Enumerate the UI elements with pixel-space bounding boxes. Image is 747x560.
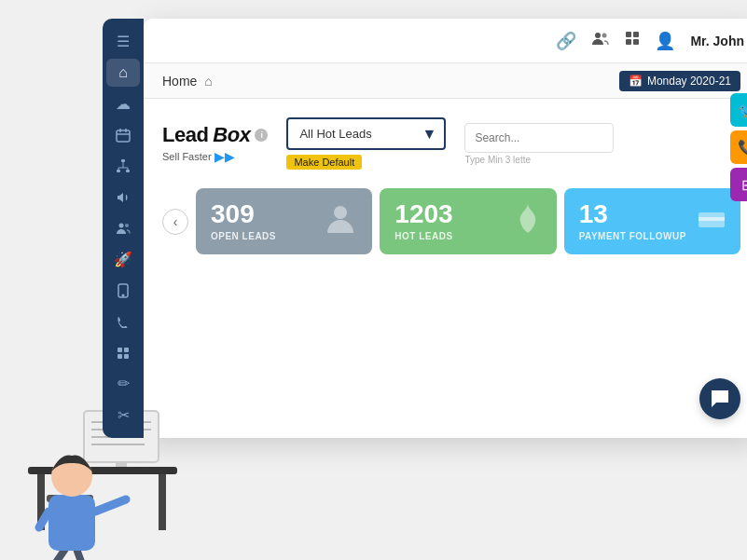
- social-fab-button[interactable]: 🐦: [730, 93, 747, 127]
- hot-leads-card[interactable]: 1203 HOT LEADS: [380, 188, 556, 254]
- svg-point-19: [595, 33, 601, 38]
- payment-followup-card[interactable]: 13 PAYMENT FOLLOWUP: [564, 188, 740, 254]
- user-name: Mr. John: [690, 34, 744, 48]
- box-text: Box: [213, 123, 250, 147]
- svg-point-25: [334, 206, 347, 219]
- sidebar-phone[interactable]: [106, 308, 140, 335]
- user-icon[interactable]: 👤: [655, 31, 675, 51]
- payment-followup-icon: [698, 207, 726, 237]
- info-icon[interactable]: i: [255, 129, 268, 142]
- sidebar-hierarchy[interactable]: [106, 153, 140, 180]
- svg-rect-28: [28, 467, 177, 474]
- chat-fab-button[interactable]: [699, 378, 740, 419]
- payment-followup-label: PAYMENT FOLLOWUP: [579, 231, 686, 241]
- breadcrumb-home[interactable]: Home: [162, 74, 197, 89]
- payment-followup-info: 13 PAYMENT FOLLOWUP: [579, 201, 686, 241]
- open-leads-info: 309 OPEN LEADS: [211, 201, 276, 241]
- open-leads-card[interactable]: 309 OPEN LEADS: [196, 188, 372, 254]
- make-default-button[interactable]: Make Default: [286, 155, 362, 170]
- sidebar-mobile[interactable]: [106, 277, 140, 304]
- svg-rect-22: [633, 32, 639, 37]
- search-hint: Type Min 3 lette: [464, 155, 614, 165]
- svg-rect-27: [699, 217, 725, 221]
- people-icon[interactable]: [591, 31, 610, 50]
- sidebar-scissors[interactable]: ✂: [106, 402, 140, 429]
- svg-rect-4: [121, 159, 125, 162]
- svg-rect-15: [118, 348, 122, 352]
- sidebar-edit[interactable]: ✏: [106, 370, 140, 397]
- sidebar-cloud[interactable]: ☁: [106, 90, 140, 117]
- breadcrumb-bar: Home ⌂ 📅 Monday 2020-21: [144, 63, 747, 99]
- leadbox-title: Lead Box i: [162, 123, 268, 147]
- svg-point-14: [122, 294, 124, 296]
- svg-rect-23: [626, 39, 631, 45]
- date-label: Monday 2020-21: [647, 75, 731, 88]
- arrows-icon: ▶▶: [214, 149, 235, 164]
- svg-rect-30: [159, 474, 166, 530]
- leadbox-brand: Lead Box i Sell Faster ▶▶: [162, 123, 268, 164]
- sell-faster-text: Sell Faster: [162, 151, 212, 162]
- date-badge: 📅 Monday 2020-21: [619, 71, 740, 91]
- sidebar-rocket[interactable]: 🚀: [106, 246, 140, 273]
- link-icon[interactable]: 🔗: [556, 31, 576, 51]
- app-window: 🔗 👤 Mr. John Home ⌂ 📅 Monday 2020-21 Lea…: [144, 19, 747, 438]
- svg-rect-43: [48, 495, 95, 551]
- search-wrapper: Type Min 3 lette: [464, 123, 614, 165]
- hot-leads-icon: [514, 201, 542, 241]
- svg-line-45: [95, 499, 126, 512]
- svg-point-11: [119, 224, 124, 228]
- open-leads-icon: [324, 201, 357, 241]
- svg-rect-18: [124, 354, 129, 359]
- lead-text: Lead: [162, 123, 208, 147]
- top-bar: 🔗 👤 Mr. John: [144, 19, 747, 63]
- sidebar-calendar[interactable]: [106, 121, 140, 148]
- calendar-small-icon: 📅: [629, 75, 643, 88]
- phone-fab-button[interactable]: 📞: [730, 130, 747, 164]
- stats-row: ‹ 309 OPEN LEADS 1203 HOT LEADS: [162, 188, 740, 254]
- leadbox-header: Lead Box i Sell Faster ▶▶ All Hot Leads …: [162, 117, 740, 170]
- sidebar-home[interactable]: ⌂: [106, 59, 140, 86]
- search-input[interactable]: [464, 123, 614, 153]
- svg-rect-17: [118, 354, 122, 359]
- apps-icon[interactable]: [625, 31, 640, 50]
- svg-rect-24: [633, 39, 639, 45]
- leadbox-subtitle: Sell Faster ▶▶: [162, 149, 268, 164]
- svg-rect-0: [117, 130, 130, 142]
- home-breadcrumb-icon: ⌂: [204, 74, 212, 89]
- prev-arrow-button[interactable]: ‹: [162, 209, 188, 235]
- right-floating-buttons: 🐦 📞 ⊞: [730, 93, 747, 201]
- sidebar: ☰ ⌂ ☁ 🚀 ✏ ✂: [103, 19, 144, 438]
- svg-point-20: [602, 34, 607, 38]
- hot-leads-number: 1203: [394, 201, 452, 227]
- hot-leads-label: HOT LEADS: [394, 231, 452, 241]
- sidebar-megaphone[interactable]: [106, 184, 140, 211]
- svg-rect-21: [626, 32, 631, 37]
- svg-rect-5: [117, 170, 120, 172]
- main-content: Lead Box i Sell Faster ▶▶ All Hot Leads …: [144, 99, 747, 438]
- sidebar-users[interactable]: [106, 214, 140, 241]
- svg-rect-6: [126, 170, 130, 172]
- sidebar-menu[interactable]: ☰: [106, 28, 140, 55]
- payment-followup-number: 13: [579, 201, 686, 227]
- open-leads-label: OPEN LEADS: [211, 231, 276, 241]
- leads-select-wrapper: All Hot Leads Hot Leads Today Hot Leads …: [286, 117, 446, 150]
- svg-point-12: [125, 224, 129, 227]
- svg-rect-16: [124, 348, 129, 352]
- hot-leads-select[interactable]: All Hot Leads Hot Leads Today Hot Leads …: [286, 117, 446, 150]
- dropdown-wrapper: All Hot Leads Hot Leads Today Hot Leads …: [286, 117, 446, 170]
- sidebar-grid[interactable]: [106, 339, 140, 366]
- grid-fab-button[interactable]: ⊞: [730, 168, 747, 201]
- open-leads-number: 309: [211, 201, 276, 227]
- hot-leads-info: 1203 HOT LEADS: [394, 201, 452, 241]
- svg-rect-36: [116, 462, 127, 467]
